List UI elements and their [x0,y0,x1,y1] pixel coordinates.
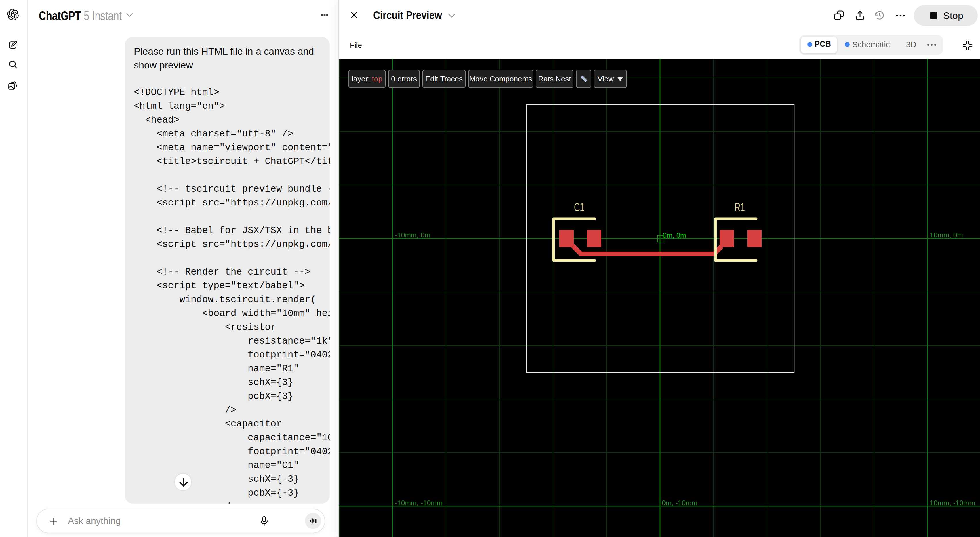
svg-text:R1: R1 [735,201,745,214]
svg-text:-10mm, -10mm: -10mm, -10mm [395,499,442,507]
svg-text:C1: C1 [574,201,584,214]
svg-text:-10mm, 0m: -10mm, 0m [395,231,430,239]
svg-text:10mm, -10mm: 10mm, -10mm [930,499,975,507]
svg-text:0m, -10mm: 0m, -10mm [662,499,697,507]
svg-text:10mm, 0m: 10mm, 0m [930,231,963,239]
svg-text:0m, 0m: 0m, 0m [663,231,686,239]
